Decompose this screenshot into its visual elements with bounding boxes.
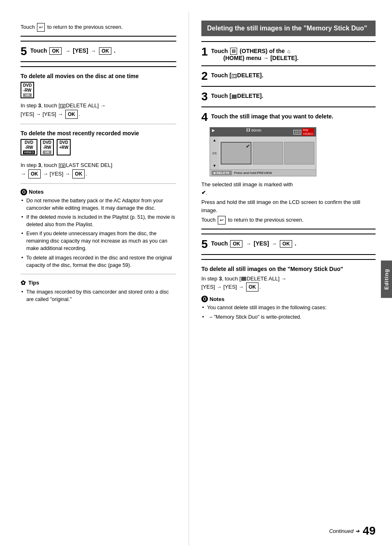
notes-list: Do not remove the battery pack or the AC…: [21, 197, 176, 269]
step3-content: Touch [DELETE].: [211, 91, 376, 99]
home-icon: ⌂: [287, 48, 291, 54]
return-icon: ↩: [37, 23, 45, 32]
screen-thumb-2[interactable]: [253, 142, 283, 164]
selected-label: The selected still image is marked with: [201, 181, 293, 188]
return-icon-right: ↩: [218, 216, 226, 225]
dvd-rw-badge-1: DVD-RW VR: [21, 82, 176, 102]
delete-recent-body: In step 3, touch [⊞LAST SCENE DEL] → OK …: [21, 161, 176, 178]
tips-section: ✿ Tips The images recorded by this camco…: [21, 279, 176, 303]
screen-badge: 101 RWVIDEO: [293, 128, 314, 136]
step5r-arrow2: →: [271, 241, 277, 247]
notes2-list: You cannot delete still images in the fo…: [201, 304, 376, 320]
divider-1: [21, 36, 176, 37]
delete-all-still-body: In step 3, touch [DELETE ALL] → [YES] → …: [201, 275, 376, 292]
step5-left: 5 Touch OK → [YES] → OK .: [21, 41, 176, 62]
step5r-content: Touch OK → [YES] → OK .: [211, 238, 376, 248]
divider-5: [21, 274, 176, 274]
section-title: Deleting the still images in the "Memory…: [201, 21, 376, 36]
screen-thumb-3[interactable]: [284, 142, 314, 164]
divider-r2: [201, 65, 376, 66]
step4-number: 4: [201, 111, 208, 123]
step5r-ok1: OK: [230, 240, 242, 248]
checkmark-text: ✔: [201, 190, 206, 196]
screen-thumb-1[interactable]: ✔: [221, 142, 251, 164]
heading-delete-all-still: To delete all still images on the "Memor…: [201, 266, 376, 272]
screen-mockup: ▶ 🎞 60min 101 RWVIDEO ▲ 1/1 ▼ ✔: [210, 127, 316, 176]
touch-return-intro: Touch ↩ to return to the previous screen…: [21, 23, 176, 32]
note-4: To delete all images recorded in the dis…: [21, 254, 176, 269]
notes-label: Notes: [29, 189, 44, 195]
delete-all-body: In step 3, touch [⊞DELETE ALL] → [YES] →…: [21, 102, 176, 119]
screen-time: 🎞 60min: [247, 128, 261, 136]
tips-icon: ✿: [21, 279, 26, 287]
note2-2: – "Memory Stick Duo" is write-protected.: [201, 313, 376, 321]
notes2-title: Ö Notes: [201, 296, 376, 302]
nav-up-btn[interactable]: ▲: [213, 138, 217, 142]
delete-recent-ok2: OK: [72, 169, 85, 178]
step5-right: 5 Touch OK → [YES] → OK .: [201, 234, 376, 255]
step2-block: 2 Touch [☐DELETE].: [201, 70, 376, 82]
step1-content: Touch ⊟ (OTHERS) of the ⌂ (HOME) menu → …: [211, 46, 376, 62]
nav-down-btn[interactable]: ▼: [213, 164, 217, 168]
dvd-badge-rw: DVD-RW VR: [21, 82, 34, 99]
step3-icon: [232, 95, 237, 99]
step3-number: 3: [201, 91, 208, 102]
divider-3: [21, 124, 176, 124]
still-icon: [241, 277, 246, 281]
divider-r4: [201, 107, 376, 107]
step3-block: 3 Touch [DELETE].: [201, 91, 376, 102]
others-icon: ⊟: [230, 48, 237, 55]
screen-body: ▲ 1/1 ▼ ✔: [210, 137, 316, 169]
step5-yes: [YES]: [73, 47, 88, 54]
divider-r5: [201, 229, 376, 229]
step1-block: 1 Touch ⊟ (OTHERS) of the ⌂ (HOME) menu …: [201, 46, 376, 62]
step5r-ok2: OK: [280, 240, 292, 248]
step5-arrow1: →: [65, 48, 70, 54]
step4-block: 4 Touch the still image that you want to…: [201, 111, 376, 123]
notes-title: Ö Notes: [21, 189, 176, 195]
right-column: Deleting the still images in the "Memory…: [189, 12, 392, 546]
screen-play-icon: ▶: [212, 128, 215, 136]
notes2-section: Ö Notes You cannot delete still images i…: [201, 296, 376, 320]
return-text: to return to the previous screen.: [47, 24, 123, 30]
step2-content: Touch [☐DELETE].: [211, 70, 376, 79]
tips-title: ✿ Tips: [21, 279, 176, 287]
screen-bottom-bar: ■ DELETE Press and hold:PREVIEW: [210, 169, 316, 176]
page-number: 49: [363, 524, 376, 537]
heading-delete-all: To delete all movies on the disc at one …: [21, 73, 176, 79]
screen-preview-text: Press and hold:PREVIEW: [233, 171, 274, 175]
step5-ok2: OK: [99, 47, 111, 55]
step5r-number: 5: [201, 238, 208, 250]
step5-number: 5: [21, 46, 27, 57]
dvd-badge-rw-video: DVD-RW VIDEO: [21, 139, 37, 156]
divider-r3: [201, 86, 376, 87]
step5-ok1: OK: [49, 47, 62, 55]
step5r-touch: Touch: [211, 240, 228, 247]
notes2-icon: Ö: [201, 296, 208, 302]
editing-sidebar: Editing: [381, 260, 392, 298]
notes-section: Ö Notes Do not remove the battery pack o…: [21, 189, 176, 269]
screen-images: ✔: [219, 137, 316, 169]
checkmark-icon: ✔: [246, 144, 250, 149]
step5-content: Touch OK → [YES] → OK .: [30, 46, 176, 55]
step4-content: Touch the still image that you want to d…: [211, 111, 376, 120]
tip-1: The images recorded by this camcorder an…: [21, 288, 176, 303]
note2-1: You cannot delete still images in the fo…: [201, 304, 376, 311]
note-2: If the deleted movie is included in the …: [21, 213, 176, 228]
divider-r1: [201, 41, 376, 42]
notes-icon: Ö: [21, 189, 27, 195]
touch-label: Touch: [21, 24, 35, 30]
note-1: Do not remove the battery pack or the AC…: [21, 197, 176, 212]
step5-touch: Touch: [30, 47, 47, 54]
step5-arrow2: →: [90, 48, 96, 54]
screen-top-bar: ▶ 🎞 60min 101 RWVIDEO: [210, 127, 316, 137]
screen-nav: ▲ 1/1 ▼: [210, 137, 219, 169]
page-footer: Continued ➜ 49: [329, 524, 376, 537]
selected-text: The selected still image is marked with …: [201, 181, 376, 197]
dvd-badges-row: DVD-RW VIDEO DVD-RW VR DVD+RW: [21, 139, 176, 159]
step5-period: .: [114, 47, 115, 54]
selected-period: .: [206, 190, 208, 196]
screen-delete-btn[interactable]: ■ DELETE: [212, 171, 232, 175]
press-hold-text: Press and hold the still image on the LC…: [201, 198, 376, 214]
notes2-label: Notes: [210, 296, 224, 302]
